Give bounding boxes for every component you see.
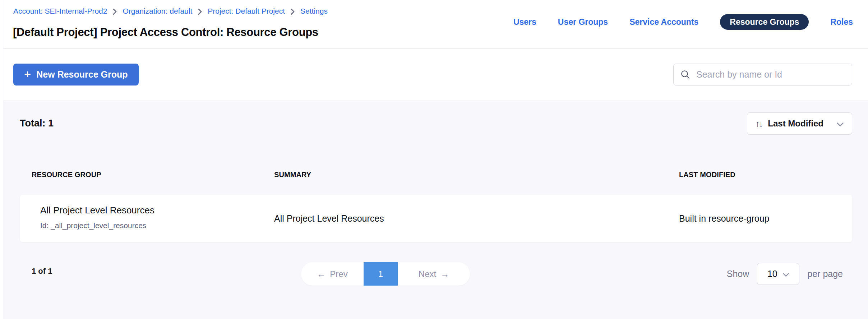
resource-group-last-modified: Built in resource-group <box>679 213 770 224</box>
breadcrumb-organization-link[interactable]: Organization: default <box>123 7 192 15</box>
toolbar: + New Resource Group <box>0 48 868 101</box>
chevron-right-icon <box>198 8 202 15</box>
per-page-label: per page <box>807 269 843 279</box>
breadcrumb-project-link[interactable]: Project: Default Project <box>208 7 285 15</box>
chevron-down-icon <box>782 271 789 277</box>
page-header: Account: SEI-Internal-Prod2 Organization… <box>0 0 868 48</box>
breadcrumb-account-link[interactable]: Account: SEI-Internal-Prod2 <box>13 7 107 15</box>
resource-group-name: All Project Level Resources <box>40 205 154 216</box>
tab-resource-groups[interactable]: Resource Groups <box>720 14 809 30</box>
arrow-right-icon: → <box>440 269 449 279</box>
page-info: 1 of 1 <box>32 267 52 276</box>
chevron-right-icon <box>290 8 295 15</box>
resource-group-summary: All Project Level Resources <box>274 213 384 224</box>
prev-button[interactable]: ← Prev <box>301 262 364 286</box>
prev-label: Prev <box>330 269 347 279</box>
show-label: Show <box>727 269 749 279</box>
page-title: [Default Project] Project Access Control… <box>13 26 318 39</box>
new-resource-group-label: New Resource Group <box>36 69 128 80</box>
search-input[interactable] <box>696 69 845 80</box>
chevron-down-icon <box>836 121 844 127</box>
tab-users[interactable]: Users <box>513 17 536 27</box>
sort-dropdown[interactable]: ↑↓ Last Modified <box>747 112 852 135</box>
plus-icon: + <box>24 68 31 81</box>
table-header: RESOURCE GROUP SUMMARY LAST MODIFIED <box>0 171 868 180</box>
tab-user-groups[interactable]: User Groups <box>558 17 608 27</box>
access-control-tabs: Users User Groups Service Accounts Resou… <box>513 14 853 30</box>
arrow-left-icon: ← <box>317 269 326 279</box>
page-size-dropdown[interactable]: 10 <box>757 263 799 285</box>
pager: ← Prev 1 Next → <box>301 262 470 286</box>
tab-service-accounts[interactable]: Service Accounts <box>629 17 698 27</box>
column-resource-group: RESOURCE GROUP <box>32 171 101 179</box>
sort-dropdown-value: Last Modified <box>768 119 823 129</box>
next-button[interactable]: Next → <box>398 262 470 286</box>
search-box <box>673 64 852 85</box>
sort-arrows-icon: ↑↓ <box>755 119 762 129</box>
tab-roles[interactable]: Roles <box>830 17 853 27</box>
next-label: Next <box>419 269 436 279</box>
search-icon <box>680 69 691 80</box>
table-row[interactable]: All Project Level Resources Id: _all_pro… <box>20 195 852 242</box>
page-1-button[interactable]: 1 <box>364 262 398 286</box>
page-size-control: Show 10 per page <box>727 262 843 286</box>
breadcrumb-settings-link[interactable]: Settings <box>300 7 328 15</box>
collapsed-sidebar-edge <box>0 0 3 319</box>
resource-groups-list: Total: 1 ↑↓ Last Modified RESOURCE GROUP… <box>0 101 868 319</box>
column-summary: SUMMARY <box>274 171 311 179</box>
column-last-modified: LAST MODIFIED <box>679 171 735 179</box>
breadcrumb: Account: SEI-Internal-Prod2 Organization… <box>13 7 328 15</box>
resource-group-id: Id: _all_project_level_resources <box>40 221 146 230</box>
page-size-value: 10 <box>767 269 777 279</box>
chevron-right-icon <box>112 8 117 15</box>
total-count: Total: 1 <box>20 118 54 129</box>
new-resource-group-button[interactable]: + New Resource Group <box>13 64 139 85</box>
